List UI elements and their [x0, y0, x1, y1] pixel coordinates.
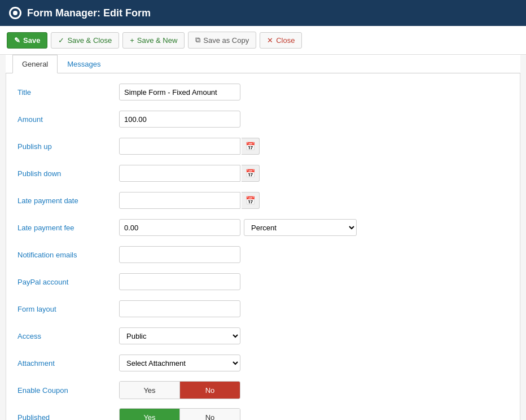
tab-bar: General Messages — [6, 55, 520, 73]
publish-down-row: Publish down 📅 — [17, 164, 509, 183]
title-label: Title — [17, 88, 119, 97]
amount-row: Amount — [17, 110, 509, 129]
notification-emails-label: Notification emails — [17, 251, 119, 259]
enable-coupon-row: Enable Coupon Yes No — [17, 380, 509, 400]
save-close-button[interactable]: ✓ Save & Close — [51, 32, 119, 49]
access-select[interactable]: Public Registered Special — [119, 327, 240, 344]
publish-down-calendar-button[interactable]: 📅 — [242, 165, 260, 182]
title-row: Title — [17, 82, 509, 102]
paypal-account-row: PayPal account — [17, 272, 509, 291]
publish-up-calendar-button[interactable]: 📅 — [242, 138, 260, 155]
publish-up-label: Publish up — [17, 142, 119, 151]
page-header: Form Manager: Edit Form — [0, 0, 526, 26]
save-copy-button[interactable]: ⧉ Save as Copy — [188, 32, 256, 49]
late-payment-date-wrapper: 📅 — [119, 192, 260, 209]
enable-coupon-label: Enable Coupon — [17, 386, 119, 395]
tab-general[interactable]: General — [12, 55, 58, 73]
pencil-icon: ✎ — [14, 36, 20, 45]
form-layout-row: Form layout — [17, 299, 509, 318]
publish-down-wrapper: 📅 — [119, 165, 260, 182]
notification-emails-row: Notification emails — [17, 245, 509, 264]
save-new-button[interactable]: + Save & New — [122, 32, 185, 49]
plus-icon: + — [130, 36, 134, 45]
app-icon — [9, 7, 21, 19]
publish-down-input[interactable] — [119, 165, 240, 182]
late-payment-date-input[interactable] — [119, 192, 240, 209]
published-row: Published Yes No — [17, 408, 509, 420]
amount-input[interactable] — [119, 111, 240, 128]
attachment-select[interactable]: Select Attachment — [119, 355, 240, 371]
access-row: Access Public Registered Special — [17, 326, 509, 345]
publish-up-row: Publish up 📅 — [17, 137, 509, 156]
attachment-row: Attachment Select Attachment — [17, 353, 509, 373]
calendar-icon: 📅 — [246, 142, 255, 151]
enable-coupon-yes-button[interactable]: Yes — [120, 382, 179, 399]
enable-coupon-toggle: Yes No — [119, 381, 240, 399]
toolbar: ✎ Save ✓ Save & Close + Save & New ⧉ Sav… — [0, 26, 526, 55]
access-label: Access — [17, 332, 119, 340]
calendar-icon: 📅 — [246, 196, 255, 205]
publish-up-input[interactable] — [119, 138, 240, 155]
page-title: Form Manager: Edit Form — [27, 7, 151, 19]
late-payment-fee-row: Late payment fee Percent Fixed — [17, 218, 509, 237]
form-area: Title Amount Publish up 📅 Publish down — [6, 73, 520, 420]
form-layout-input[interactable] — [119, 300, 240, 317]
late-payment-fee-input[interactable] — [119, 219, 240, 236]
save-button[interactable]: ✎ Save — [7, 32, 47, 49]
published-toggle: Yes No — [119, 408, 240, 420]
attachment-label: Attachment — [17, 359, 119, 368]
tab-messages[interactable]: Messages — [58, 55, 110, 73]
form-layout-label: Form layout — [17, 305, 119, 313]
notification-emails-input[interactable] — [119, 246, 240, 263]
check-icon: ✓ — [58, 36, 64, 45]
paypal-account-input[interactable] — [119, 273, 240, 290]
late-payment-date-calendar-button[interactable]: 📅 — [242, 192, 260, 209]
enable-coupon-no-button[interactable]: No — [180, 382, 240, 399]
close-button[interactable]: ✕ Close — [260, 32, 302, 49]
late-payment-date-row: Late payment date 📅 — [17, 191, 509, 210]
published-no-button[interactable]: No — [180, 409, 240, 420]
late-payment-fee-label: Late payment fee — [17, 224, 119, 232]
amount-label: Amount — [17, 115, 119, 124]
late-payment-fee-wrapper: Percent Fixed — [119, 219, 357, 236]
late-payment-date-label: Late payment date — [17, 196, 119, 205]
late-payment-fee-type-select[interactable]: Percent Fixed — [244, 219, 357, 236]
published-yes-button[interactable]: Yes — [120, 409, 179, 420]
title-input[interactable] — [119, 84, 240, 100]
x-icon: ✕ — [267, 36, 273, 45]
publish-up-wrapper: 📅 — [119, 138, 260, 155]
publish-down-label: Publish down — [17, 169, 119, 178]
published-label: Published — [17, 413, 119, 421]
copy-icon: ⧉ — [195, 36, 200, 45]
paypal-account-label: PayPal account — [17, 278, 119, 286]
calendar-icon: 📅 — [246, 169, 255, 178]
